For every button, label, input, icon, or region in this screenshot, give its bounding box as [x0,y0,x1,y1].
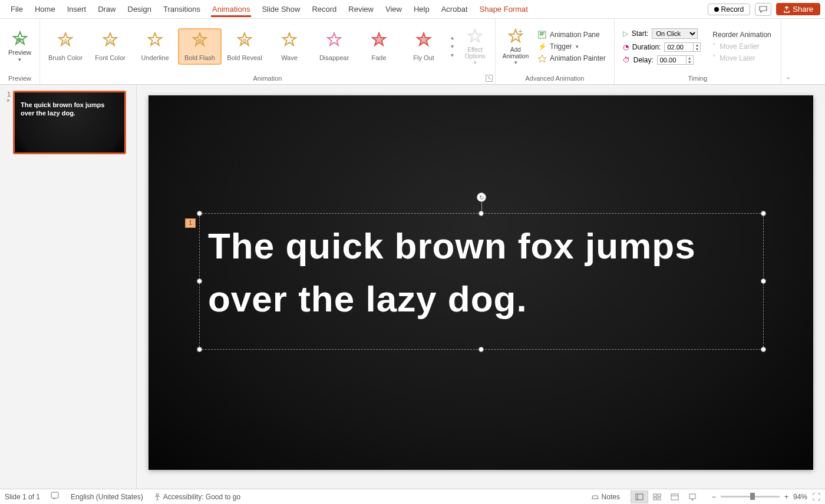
fit-to-window-button[interactable]: ⛶ [812,492,820,502]
trigger-button[interactable]: ⚡ Trigger ▾ [538,42,606,51]
zoom-value[interactable]: 94% [793,493,807,501]
menu-record[interactable]: Record [306,1,342,17]
star-icon [269,32,310,52]
group-preview: Preview ▾ Preview [0,19,40,84]
svg-rect-8 [51,492,58,498]
resize-handle[interactable] [197,211,202,216]
move-later-button: ˅Move Later [712,54,771,62]
normal-view-button[interactable] [631,490,648,503]
duration-label: Duration: [632,43,661,51]
add-animation-button[interactable]: + Add Animation ▾ [499,25,532,68]
anim-font-color[interactable]: A Font Color [88,28,132,65]
menu-view[interactable]: View [380,1,408,17]
slide-canvas-area[interactable]: ↻ 1 The quick brown fox jumps over the l… [137,85,825,489]
menu-acrobat[interactable]: Acrobat [435,1,474,17]
start-label: Start: [632,29,649,38]
slide-thumbnail-1[interactable]: The quick brown fox jumps over the lazy … [13,91,126,154]
resize-handle[interactable] [761,347,766,352]
resize-handle[interactable] [478,211,484,216]
comments-button[interactable] [755,3,771,16]
dialog-launcher-icon[interactable]: ⤡ [486,75,493,82]
menu-draw[interactable]: Draw [92,1,121,17]
menu-home[interactable]: Home [29,1,61,17]
anim-wave[interactable]: Wave [268,28,311,65]
star-icon: B [179,32,220,52]
delay-input[interactable] [657,55,687,65]
delay-row: ⏱ Delay: ▲▼ [623,55,701,65]
resize-handle[interactable] [478,347,484,352]
slide[interactable]: ↻ 1 The quick brown fox jumps over the l… [148,95,813,470]
effect-options-label: Effect Options [460,47,490,59]
trigger-icon: ⚡ [538,42,546,51]
animation-pane-label: Animation Pane [550,31,600,39]
gallery-more-button[interactable]: ▴▾▾ [447,34,457,58]
anim-underline[interactable]: Underline [133,28,177,65]
star-icon [460,28,490,47]
group-label-timing: Timing [615,74,781,84]
slide-text[interactable]: The quick brown fox jumps over the lazy … [200,214,763,331]
resize-handle[interactable] [197,347,202,352]
record-button[interactable]: Record [708,4,751,15]
anim-fly-out[interactable]: Fly Out [402,28,446,65]
anim-bold-flash[interactable]: B Bold Flash [178,28,222,65]
menu-design[interactable]: Design [122,1,157,17]
reading-view-button[interactable] [666,490,684,503]
menu-file[interactable]: File [5,1,29,17]
move-earlier-button: ˄Move Earlier [712,42,771,51]
zoom-out-button[interactable]: − [712,493,716,501]
menu-slideshow[interactable]: Slide Show [256,1,306,17]
anim-disappear[interactable]: Disappear [312,28,356,65]
resize-handle[interactable] [761,211,766,216]
svg-rect-12 [654,494,656,496]
star-icon [403,32,444,52]
menu-insert[interactable]: Insert [61,1,93,17]
duration-stepper[interactable]: ▲▼ [694,42,701,52]
resize-handle[interactable] [197,278,202,284]
menu-help[interactable]: Help [408,1,435,17]
record-label: Record [721,5,744,14]
anim-label: Disappear [314,54,355,61]
zoom-slider[interactable] [721,496,780,498]
chevron-down-icon: ▾ [576,44,579,49]
preview-button[interactable]: Preview ▾ [4,28,36,65]
anim-brush-color[interactable]: A Brush Color [44,28,87,65]
svg-rect-10 [636,494,643,500]
svg-rect-18 [689,494,695,499]
accessibility-button[interactable]: Accessibility: Good to go [154,493,240,501]
zoom-in-button[interactable]: + [784,493,788,501]
menu-animations[interactable]: Animations [206,1,256,17]
animation-order-tag[interactable]: 1 [185,218,196,228]
anim-label: Fade [358,54,400,61]
svg-rect-16 [671,494,678,500]
sorter-view-button[interactable] [648,490,666,503]
svg-rect-15 [658,498,661,500]
collapse-ribbon-button[interactable]: ⌄ [781,19,796,84]
menu-shape-format[interactable]: Shape Format [474,1,534,17]
chevron-up-icon: ˄ [712,42,716,51]
duration-input[interactable] [664,42,694,52]
anim-label: Font Color [90,54,131,61]
text-box[interactable]: ↻ 1 The quick brown fox jumps over the l… [199,213,764,350]
resize-handle[interactable] [761,278,766,284]
slideshow-view-button[interactable] [684,490,701,503]
delay-stepper[interactable]: ▲▼ [687,55,694,65]
animation-pane-button[interactable]: Animation Pane [538,31,606,39]
share-button[interactable]: Share [776,3,820,15]
chevron-down-icon: ▾ [460,59,490,65]
spellcheck-icon[interactable] [51,492,60,502]
group-label-animation: Animation [40,74,495,84]
menu-transitions[interactable]: Transitions [157,1,206,17]
svg-rect-13 [658,494,661,496]
anim-label: Bold Flash [179,54,220,61]
notes-button[interactable]: Notes [591,493,620,501]
language-label[interactable]: English (United States) [71,493,143,501]
rotate-handle[interactable]: ↻ [477,193,486,202]
menu-review[interactable]: Review [342,1,380,17]
svg-text:B: B [198,38,202,44]
anim-bold-reveal[interactable]: B Bold Reveal [223,28,266,65]
zoom-thumb[interactable] [750,493,755,500]
anim-fade[interactable]: Fade [357,28,401,65]
start-select[interactable]: On Click [652,28,698,39]
duration-row: ◔ Duration: ▲▼ [623,42,701,52]
animation-painter-button[interactable]: Animation Painter [538,54,606,62]
